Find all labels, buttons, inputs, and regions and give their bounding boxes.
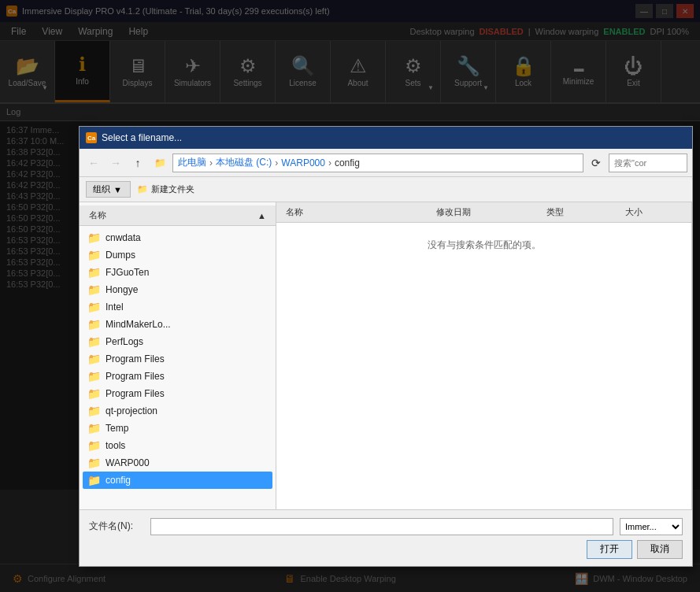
breadcrumb-item-warp[interactable]: WARP000 xyxy=(281,157,325,168)
col-type[interactable]: 类型 xyxy=(543,205,622,220)
folder-icon: 📁 xyxy=(87,335,101,348)
breadcrumb: 此电脑 › 本地磁盘 (C:) › WARP000 › config xyxy=(172,154,583,172)
new-folder-icon: 📁 xyxy=(137,184,148,194)
folder-icon: 📁 xyxy=(87,283,101,296)
breadcrumb-item-drive[interactable]: 本地磁盘 (C:) xyxy=(216,156,272,169)
folder-item-qtprojection[interactable]: 📁 qt-projection xyxy=(83,402,272,420)
file-dialog: Ca Select a filename... ← → ↑ 📁 此电脑 › 本地… xyxy=(79,126,693,567)
dialog-toolbar: ← → ↑ 📁 此电脑 › 本地磁盘 (C:) › WARP000 › conf… xyxy=(80,149,692,177)
breadcrumb-item-computer[interactable]: 此电脑 xyxy=(178,156,206,169)
folder-icon: 📁 xyxy=(87,353,101,365)
dialog-footer: 文件名(N): Immer... 打开 取消 xyxy=(80,509,692,566)
filename-row: 文件名(N): Immer... xyxy=(89,518,683,535)
folder-icon: 📁 xyxy=(87,439,101,452)
col-size[interactable]: 大小 xyxy=(622,205,685,220)
folder-icon: 📁 xyxy=(87,405,101,417)
folder-icon: 📁 xyxy=(87,231,101,244)
file-content-panel: 名称 修改日期 类型 大小 没有与搜索条件匹配的项。 xyxy=(276,202,692,509)
folder-item-programfiles3[interactable]: 📁 Program Files xyxy=(83,385,272,402)
folder-icon: 📁 xyxy=(87,422,101,435)
folder-icon: 📁 xyxy=(87,318,101,331)
folder-icon: 📁 xyxy=(87,387,101,400)
back-button[interactable]: ← xyxy=(84,154,103,172)
forward-button[interactable]: → xyxy=(106,154,125,172)
breadcrumb-item-config: config xyxy=(335,157,360,168)
folder-item-programfiles1[interactable]: 📁 Program Files xyxy=(83,350,272,368)
organize-button[interactable]: 组织 ▼ xyxy=(86,181,131,198)
new-folder-button[interactable]: 📁 新建文件夹 xyxy=(137,183,194,195)
folder-item-temp[interactable]: 📁 Temp xyxy=(83,420,272,437)
dialog-title: Select a filename... xyxy=(102,132,182,143)
folder-icon-selected: 📁 xyxy=(87,474,101,487)
dialog-action-bar: 组织 ▼ 📁 新建文件夹 xyxy=(80,177,692,202)
refresh-button[interactable]: ⟳ xyxy=(587,154,606,172)
file-list-columns: 名称 修改日期 类型 大小 xyxy=(276,202,691,223)
folder-item-dumps[interactable]: 📁 Dumps xyxy=(83,246,272,264)
folder-item-hongye[interactable]: 📁 Hongye xyxy=(83,281,272,298)
col-name[interactable]: 名称 xyxy=(283,205,433,220)
folder-item-tools[interactable]: 📁 tools xyxy=(83,437,272,454)
up-button[interactable]: ↑ xyxy=(128,154,147,172)
filename-label: 文件名(N): xyxy=(89,520,144,533)
folder-list-content: 📁 cnwdata 📁 Dumps 📁 FJGuoTen 📁 xyxy=(80,226,276,492)
dialog-title-icon: Ca xyxy=(86,132,97,143)
dialog-buttons-row: 打开 取消 xyxy=(89,540,683,559)
folder-icon: 📁 xyxy=(87,266,101,279)
folder-item-perflogs[interactable]: 📁 PerfLogs xyxy=(83,333,272,350)
search-input[interactable] xyxy=(609,154,687,172)
cancel-button[interactable]: 取消 xyxy=(637,540,683,559)
dialog-overlay: Ca Select a filename... ← → ↑ 📁 此电脑 › 本地… xyxy=(0,0,700,592)
folder-icon: 📁 xyxy=(87,301,101,313)
folder-item-config[interactable]: 📁 config xyxy=(83,472,272,489)
organize-dropdown-icon: ▼ xyxy=(113,185,122,194)
file-list-header: 名称 ▲ xyxy=(80,205,276,226)
folder-icon: 📁 xyxy=(87,370,101,383)
empty-message: 没有与搜索条件匹配的项。 xyxy=(276,223,691,268)
file-type-select[interactable]: Immer... xyxy=(620,518,683,535)
filename-input[interactable] xyxy=(150,518,613,535)
folder-item-mindmakerlo[interactable]: 📁 MindMakerLo... xyxy=(83,316,272,333)
folder-item-warp000[interactable]: 📁 WARP000 xyxy=(83,454,272,472)
folder-item-fjguoten[interactable]: 📁 FJGuoTen xyxy=(83,264,272,281)
dialog-title-bar: Ca Select a filename... xyxy=(80,127,692,149)
folder-item-intel[interactable]: 📁 Intel xyxy=(83,298,272,316)
folder-icon-button: 📁 xyxy=(150,154,169,172)
open-button[interactable]: 打开 xyxy=(587,540,632,559)
folder-list-panel: 名称 ▲ 📁 cnwdata 📁 Dumps xyxy=(80,202,276,509)
dialog-body: 名称 ▲ 📁 cnwdata 📁 Dumps xyxy=(80,202,692,509)
sort-icon: ▲ xyxy=(254,209,269,222)
folder-icon: 📁 xyxy=(87,457,101,469)
folder-item-cnwdata[interactable]: 📁 cnwdata xyxy=(83,229,272,246)
column-name[interactable]: 名称 xyxy=(86,208,109,223)
folder-icon: 📁 xyxy=(87,249,101,261)
col-modified[interactable]: 修改日期 xyxy=(433,205,543,220)
folder-item-programfiles2[interactable]: 📁 Program Files xyxy=(83,368,272,385)
